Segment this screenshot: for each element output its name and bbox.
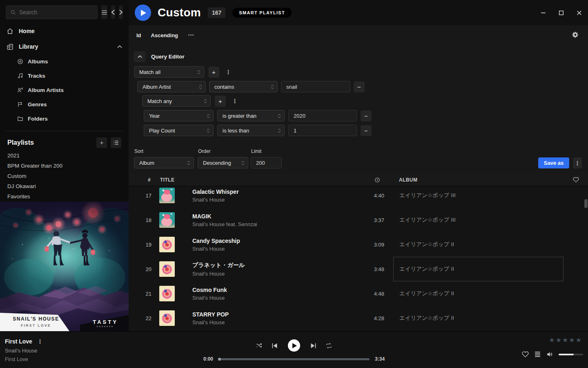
shuffle-button[interactable] [256, 342, 263, 349]
group-match-type-select[interactable]: Match any [142, 95, 211, 107]
sidebar-item-tracks[interactable]: Tracks [0, 69, 129, 83]
track-album-cell[interactable]: エイリアン☆ポップ III [393, 183, 564, 208]
add-rule-button[interactable]: + [208, 67, 219, 78]
remove-group-rule-button[interactable]: − [361, 125, 372, 136]
table-row[interactable]: 20 プラネット・ガール Snail’s House 3:48 エイリアン☆ポッ… [129, 257, 588, 281]
group-rule-field-select[interactable]: Year [144, 110, 214, 121]
select-chevrons-icon [187, 161, 190, 165]
nav-back-button[interactable] [111, 5, 115, 19]
sort-direction-button[interactable]: Ascending [151, 32, 178, 38]
playlist-label: BPM Greater than 200 [7, 163, 62, 169]
group-rule-field-select[interactable]: Play Count [144, 125, 214, 136]
sidebar-item-album-artists[interactable]: Album Artists [0, 83, 129, 97]
group-rule-value-input[interactable] [288, 110, 357, 121]
collapse-query-button[interactable] [134, 51, 145, 62]
queue-button[interactable] [534, 351, 541, 358]
table-row[interactable]: 18 MAGIK Snail’s House feat. Sennzai 3:3… [129, 208, 588, 232]
search-input[interactable] [19, 9, 93, 16]
table-row[interactable]: 19 Candy Spaceship Snail’s House 3:09 エイ… [129, 232, 588, 257]
add-playlist-button[interactable]: + [96, 137, 107, 148]
track-album-cell[interactable]: エイリアン☆ポップ II [393, 257, 564, 281]
previous-button[interactable] [271, 342, 278, 349]
seek-knob[interactable] [218, 358, 221, 361]
table-row[interactable]: 17 Galactic Whisper Snail’s House 4:40 エ… [129, 183, 588, 208]
track-title: STARRY POP [192, 311, 368, 318]
sidebar-item-albums[interactable]: Albums [0, 54, 129, 69]
star-icon[interactable]: ★ [562, 337, 569, 343]
rule-field-select[interactable]: Album Artist [137, 81, 206, 92]
home-icon [7, 28, 13, 35]
play-pause-button[interactable] [288, 339, 300, 352]
close-button[interactable] [576, 10, 582, 16]
track-duration: 3:37 [368, 217, 387, 223]
playlist-list-button[interactable] [111, 137, 121, 148]
duration-clock-icon[interactable] [374, 177, 380, 183]
page-title: Custom [158, 6, 201, 19]
sidebar-item-home[interactable]: Home [0, 23, 129, 39]
column-header-title[interactable]: TITLE [157, 177, 368, 183]
nav-forward-button[interactable] [119, 5, 123, 19]
limit-input[interactable] [251, 157, 282, 168]
playlist-item[interactable]: DJ Okawari [6, 181, 123, 191]
star-icon[interactable]: ★ [556, 337, 562, 343]
rating-stars[interactable]: ★★★★★ [549, 336, 582, 344]
star-icon[interactable]: ★ [576, 337, 582, 343]
rule-value-input[interactable] [281, 81, 350, 92]
save-menu-button[interactable]: ⋮ [573, 157, 582, 168]
favorite-column-icon[interactable] [573, 177, 579, 183]
playlist-item[interactable]: 2021 [6, 150, 123, 161]
scrollbar-thumb[interactable] [584, 199, 588, 208]
playlist-item[interactable]: Custom [6, 171, 123, 181]
menu-button[interactable] [101, 5, 107, 19]
group-rule-operator-select[interactable]: is greater than [217, 110, 285, 121]
sort-select[interactable]: Album [134, 157, 194, 168]
sort-field-button[interactable]: Id [136, 32, 141, 38]
group-rule-operator-select[interactable]: is less than [217, 125, 285, 136]
rule-group-menu-button[interactable]: ⋮ [223, 69, 233, 75]
track-duration: 4:48 [368, 291, 387, 297]
playlist-item[interactable]: Favorites [6, 191, 123, 202]
remove-rule-button[interactable]: − [354, 81, 365, 92]
sidebar-item-library[interactable]: Library [0, 39, 129, 54]
star-icon[interactable]: ★ [549, 337, 555, 343]
group-menu-button[interactable]: ⋮ [230, 98, 240, 104]
playlist-item[interactable]: BPM Greater than 200 [6, 161, 123, 171]
remove-group-rule-button[interactable]: − [361, 110, 372, 121]
add-group-rule-button[interactable]: + [215, 96, 226, 107]
track-album-cell[interactable]: エイリアン☆ポップ II [393, 306, 564, 330]
volume-slider[interactable] [559, 354, 583, 355]
seek-bar: 0:00 3:34 [203, 356, 385, 362]
seek-slider[interactable] [218, 358, 370, 360]
track-album-cell[interactable]: エイリアン☆ポップ II [393, 281, 564, 306]
column-header-album[interactable]: ALBUM [393, 177, 564, 183]
app-window: Home Library Albums [0, 0, 588, 368]
search-box[interactable] [6, 5, 98, 19]
match-type-select[interactable]: Match all [134, 66, 204, 78]
track-album-cell[interactable]: エイリアン☆ポップ II [393, 232, 564, 257]
select-chevrons-icon [207, 128, 210, 133]
favorite-heart-button[interactable] [522, 351, 529, 358]
column-header-index[interactable]: # [148, 177, 157, 183]
minimize-button[interactable] [540, 10, 546, 16]
table-row[interactable]: 21 Cosmo Funk Snail’s House 4:48 エイリアン☆ポ… [129, 281, 588, 306]
repeat-button[interactable] [325, 342, 332, 349]
next-button[interactable] [310, 342, 317, 349]
star-icon[interactable]: ★ [569, 337, 575, 343]
save-as-button[interactable]: Save as [538, 157, 569, 168]
group-rule-value-input[interactable] [288, 125, 357, 136]
sidebar-item-folders[interactable]: Folders [0, 112, 129, 126]
play-playlist-button[interactable] [135, 4, 151, 21]
track-number: 17 [146, 193, 157, 199]
track-album-cell[interactable]: エイリアン☆ポップ III [393, 208, 564, 232]
order-select[interactable]: Descending [198, 157, 248, 168]
table-row[interactable]: 22 STARRY POP Snail’s House 4:28 エイリアン☆ポ… [129, 306, 588, 330]
maximize-button[interactable] [558, 10, 564, 16]
rule-operator-select[interactable]: contains [209, 81, 278, 92]
now-playing-album[interactable]: First Love [5, 356, 43, 362]
settings-gear-button[interactable] [572, 31, 579, 38]
folder-icon [17, 116, 23, 122]
track-artist: Snail’s House [192, 271, 368, 277]
volume-button[interactable] [546, 351, 553, 358]
more-options-button[interactable]: ⋯ [188, 31, 194, 39]
sidebar-item-genres[interactable]: Genres [0, 97, 129, 112]
